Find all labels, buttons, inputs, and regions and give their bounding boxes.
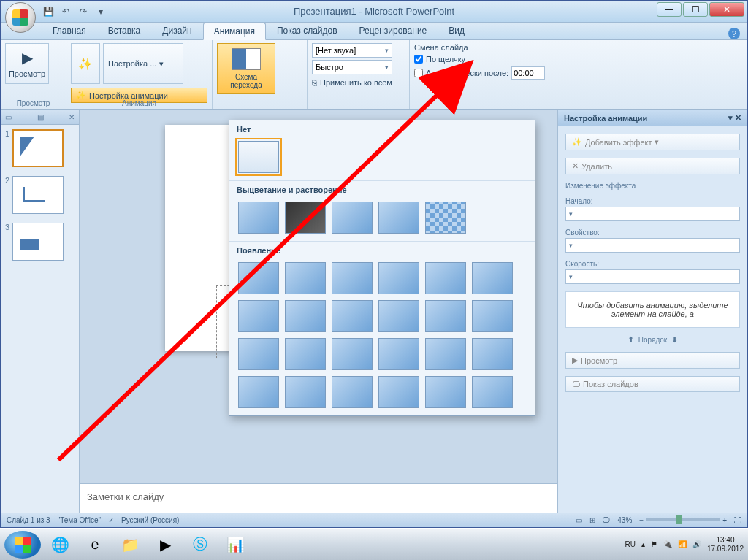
- transition-wipe-1[interactable]: [238, 262, 279, 294]
- preview-button[interactable]: ▶ Просмотр: [5, 43, 49, 84]
- animate-icon-button[interactable]: ✨: [71, 43, 100, 84]
- transition-reveal-1[interactable]: [238, 376, 279, 408]
- order-up-icon[interactable]: ⬆: [627, 335, 634, 345]
- transition-reveal-6[interactable]: [472, 376, 513, 408]
- save-icon[interactable]: 💾: [42, 5, 55, 18]
- office-button[interactable]: [5, 2, 36, 33]
- order-down-icon[interactable]: ⬇: [671, 335, 678, 345]
- tab-slideshow[interactable]: Показ слайдов: [266, 22, 348, 39]
- tab-review[interactable]: Рецензирование: [348, 22, 438, 39]
- transition-push-4[interactable]: [378, 300, 419, 332]
- transition-push-6[interactable]: [472, 300, 513, 332]
- skype-icon[interactable]: Ⓢ: [184, 532, 216, 558]
- transition-wipe-4[interactable]: [378, 262, 419, 294]
- sound-dropdown[interactable]: [Нет звука]: [312, 43, 392, 58]
- transition-split-4[interactable]: [378, 338, 419, 370]
- ie-icon[interactable]: ｅ: [79, 532, 111, 558]
- speed-dropdown[interactable]: Быстро: [312, 60, 392, 74]
- tray-expand-icon[interactable]: ▴: [641, 540, 645, 548]
- transition-scheme-button[interactable]: Схема перехода: [217, 43, 275, 94]
- anim-pane-menu-icon[interactable]: ▾: [728, 113, 733, 122]
- transition-fade-5[interactable]: [425, 202, 466, 234]
- tray-power-icon[interactable]: 🔌: [663, 540, 672, 548]
- transition-wipe-3[interactable]: [332, 262, 373, 294]
- status-lang[interactable]: Русский (Россия): [121, 516, 179, 524]
- transition-fade-4[interactable]: [378, 202, 419, 234]
- transition-wipe-5[interactable]: [425, 262, 466, 294]
- start-dropdown[interactable]: [565, 207, 740, 221]
- transition-split-6[interactable]: [472, 338, 513, 370]
- powerpoint-icon[interactable]: 📊: [219, 532, 251, 558]
- media-player-icon[interactable]: ▶: [149, 532, 181, 558]
- transition-reveal-2[interactable]: [285, 376, 326, 408]
- apply-all-button[interactable]: ⎘ Применить ко всем: [312, 77, 405, 88]
- close-pane-icon[interactable]: ✕: [69, 113, 75, 121]
- zoom-out-icon[interactable]: −: [639, 516, 644, 524]
- chrome-icon[interactable]: 🌐: [44, 532, 76, 558]
- minimize-button[interactable]: —: [657, 2, 682, 17]
- transition-reveal-4[interactable]: [378, 376, 419, 408]
- auto-time-input[interactable]: [511, 66, 545, 80]
- transition-split-2[interactable]: [285, 338, 326, 370]
- redo-icon[interactable]: ↷: [77, 5, 90, 18]
- property-dropdown[interactable]: [565, 238, 740, 253]
- transition-wipe-6[interactable]: [472, 262, 513, 294]
- custom-dropdown[interactable]: Настройка ... ▾: [103, 43, 183, 84]
- transition-push-2[interactable]: [285, 300, 326, 332]
- transition-push-1[interactable]: [238, 300, 279, 332]
- view-normal-icon[interactable]: ▭: [576, 516, 582, 524]
- slide-thumb-3[interactable]: 3: [1, 218, 79, 265]
- close-button[interactable]: ✕: [709, 2, 744, 17]
- transition-reveal-3[interactable]: [332, 376, 373, 408]
- transition-fade-3[interactable]: [332, 202, 373, 234]
- transition-split-5[interactable]: [425, 338, 466, 370]
- remove-effect-button[interactable]: ✕ Удалить: [565, 158, 740, 174]
- spellcheck-icon[interactable]: ✓: [108, 516, 114, 524]
- on-click-checkbox[interactable]: По щелчку: [414, 55, 625, 64]
- anim-preview-button[interactable]: ▶ Просмотр: [565, 352, 740, 369]
- notes-pane[interactable]: Заметки к слайду: [80, 483, 557, 513]
- transition-fade-1[interactable]: [238, 202, 279, 234]
- view-slideshow-icon[interactable]: 🖵: [603, 516, 610, 524]
- tab-insert[interactable]: Вставка: [97, 22, 152, 39]
- transition-split-1[interactable]: [238, 338, 279, 370]
- slide-thumb-1[interactable]: 1: [1, 125, 79, 172]
- slide-thumb-2[interactable]: 2: [1, 172, 79, 218]
- explorer-icon[interactable]: 📁: [114, 532, 146, 558]
- tab-animation[interactable]: Анимация: [203, 23, 266, 40]
- transition-wipe-2[interactable]: [285, 262, 326, 294]
- transition-fade-2[interactable]: [285, 202, 326, 234]
- ribbon-group-animation: ✨ Настройка ... ▾ ✨ Настройка анимации А…: [66, 40, 213, 109]
- slides-tab-icon[interactable]: ▤: [37, 113, 44, 121]
- transition-push-5[interactable]: [425, 300, 466, 332]
- zoom-in-icon[interactable]: +: [722, 516, 727, 524]
- slideshow-button[interactable]: 🖵 Показ слайдов: [565, 376, 740, 392]
- tab-home[interactable]: Главная: [42, 22, 97, 39]
- tray-flag-icon[interactable]: ⚑: [651, 540, 657, 548]
- transition-push-3[interactable]: [332, 300, 373, 332]
- transition-split-3[interactable]: [332, 338, 373, 370]
- tray-network-icon[interactable]: 📶: [678, 540, 687, 548]
- tray-volume-icon[interactable]: 🔊: [692, 540, 701, 548]
- auto-after-checkbox[interactable]: Автоматически после:: [414, 66, 625, 80]
- qat-more-icon[interactable]: ▾: [94, 5, 107, 18]
- zoom-slider[interactable]: − +: [639, 516, 727, 524]
- transition-none[interactable]: [238, 141, 279, 173]
- start-button[interactable]: [4, 531, 41, 559]
- outline-tab-icon[interactable]: ▭: [5, 113, 12, 121]
- add-effect-button[interactable]: ✨ Добавить эффект ▾: [565, 134, 740, 150]
- tab-design[interactable]: Дизайн: [151, 22, 202, 39]
- undo-icon[interactable]: ↶: [59, 5, 72, 18]
- tray-clock[interactable]: 13:40 17.09.2012: [707, 536, 744, 553]
- view-sorter-icon[interactable]: ⊞: [589, 516, 595, 524]
- help-icon[interactable]: ?: [728, 28, 740, 39]
- tab-view[interactable]: Вид: [438, 22, 476, 39]
- transition-reveal-5[interactable]: [425, 376, 466, 408]
- anim-pane-close-icon[interactable]: ✕: [735, 113, 741, 122]
- ribbon-group-transition-opts: [Нет звука] Быстро ⎘ Применить ко всем: [308, 40, 410, 109]
- zoom-percent[interactable]: 43%: [617, 516, 632, 524]
- fit-icon[interactable]: ⛶: [734, 516, 741, 524]
- anim-speed-dropdown[interactable]: [565, 269, 740, 284]
- tray-lang[interactable]: RU: [625, 540, 635, 548]
- maximize-button[interactable]: ☐: [683, 2, 708, 17]
